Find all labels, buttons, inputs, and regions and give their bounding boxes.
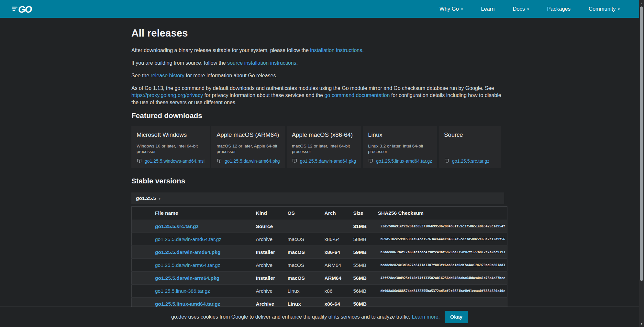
download-icon (368, 158, 373, 164)
nav-item-label: Learn (481, 6, 494, 12)
scrollbar-up-arrow[interactable]: ▲ (639, 2, 644, 5)
card-download-row: go1.25.5.darwin-amd64.pkg (292, 158, 356, 164)
card-title: Apple macOS (ARM64) (217, 131, 280, 139)
nav-item-community[interactable]: Community▾ (589, 6, 620, 12)
cookie-okay-button[interactable]: Okay (445, 311, 468, 323)
download-card: Microsoft WindowsWindows 10 or later, In… (131, 126, 210, 168)
inline-link[interactable]: source installation instructions (227, 60, 296, 66)
cell-filename: go1.25.5.linux-amd64.tar.gz (132, 298, 256, 307)
card-subtitle: macOS 12 or later, Intel 64-bit processo… (292, 143, 356, 154)
card-download-link[interactable]: go1.25.5.linux-amd64.tar.gz (376, 158, 432, 164)
file-download-link[interactable]: go1.25.5.darwin-amd64.tar.gz (155, 236, 221, 242)
card-title: Apple macOS (x86-64) (292, 131, 356, 139)
nav-item-docs[interactable]: Docs▾ (513, 6, 529, 12)
card-subtitle: Windows 10 or later, Intel 64-bit proces… (137, 143, 205, 154)
file-download-link[interactable]: go1.25.5.darwin-amd64.pkg (155, 249, 220, 255)
paragraph-text: If you are building from source, follow … (131, 60, 227, 66)
cell-filename: go1.25.5.darwin-arm64.pkg (132, 272, 256, 285)
scrollbar-thumb[interactable] (640, 6, 643, 281)
cell-size: 59MB (353, 246, 378, 259)
file-download-link[interactable]: go1.25.5.linux-386.tar.gz (155, 288, 210, 294)
cell-kind: Archive (256, 233, 288, 246)
cell-arch (325, 220, 353, 233)
cell-os: macOS (288, 272, 325, 285)
download-icon (217, 158, 222, 164)
inline-link[interactable]: https://proxy.golang.org/privacy (131, 93, 203, 98)
cell-kind: Source (256, 220, 288, 233)
table-row: go1.25.5.darwin-arm64.pkgInstallermacOSA… (132, 272, 507, 285)
cell-filename: go1.25.5.linux-386.tar.gz (132, 285, 256, 298)
column-header-arch: Arch (325, 207, 353, 220)
card-download-link[interactable]: go1.25.5.windows-amd64.msi (145, 158, 205, 164)
inline-link[interactable]: release history (151, 73, 184, 78)
card-title: Linux (368, 131, 432, 139)
cell-checksum: bed8ebe824e3d3b27e8471d1307f803fc6ab8e1d… (378, 259, 507, 272)
card-title: Microsoft Windows (137, 131, 205, 139)
cell-os: macOS (288, 233, 325, 246)
download-card: Sourcego1.25.5.src.tar.gz (439, 126, 501, 168)
cell-os: macOS (288, 259, 325, 272)
nav-menu: Why Go▾LearnDocs▾PackagesCommunity▾ (439, 6, 620, 12)
cell-size: 55MB (353, 259, 378, 272)
download-card: Apple macOS (x86-64)macOS 12 or later, I… (287, 126, 361, 168)
paragraph-text: . (296, 60, 298, 66)
download-icon (137, 158, 142, 164)
nav-item-label: Community (589, 6, 616, 12)
download-icon (444, 158, 450, 164)
cell-kind: Installer (256, 246, 288, 259)
table-row: go1.25.5.linux-amd64.tar.gzArchiveLinuxx… (132, 298, 507, 307)
table-row: go1.25.5.linux-386.tar.gzArchiveLinuxx86… (132, 285, 507, 298)
file-download-link[interactable]: go1.25.5.linux-amd64.tar.gz (155, 301, 220, 307)
paragraph: As of Go 1.13, the go command by default… (131, 85, 507, 106)
download-icon (292, 158, 297, 164)
cell-kind: Archive (256, 298, 288, 307)
inline-link[interactable]: installation instructions (310, 48, 362, 53)
navbar: GO Why Go▾LearnDocs▾PackagesCommunity▾ (0, 0, 639, 18)
download-card: LinuxLinux 3.2 or later, Intel 64-bit pr… (363, 126, 437, 168)
card-download-row: go1.25.5.darwin-arm64.pkg (217, 158, 280, 164)
card-download-link[interactable]: go1.25.5.darwin-arm64.pkg (225, 158, 280, 164)
file-download-link[interactable]: go1.25.5.darwin-arm64.tar.gz (155, 262, 220, 268)
cell-os: Linux (288, 298, 325, 307)
cookie-learn-more-link[interactable]: Learn more. (412, 314, 440, 320)
featured-downloads-heading: Featured downloads (131, 112, 507, 120)
card-download-row: go1.25.5.linux-amd64.tar.gz (368, 158, 432, 164)
nav-item-why-go[interactable]: Why Go▾ (439, 6, 463, 12)
cell-arch: ARM64 (325, 272, 353, 285)
cell-size: 58MB (353, 233, 378, 246)
scrollbar-down-arrow[interactable]: ▼ (639, 322, 644, 325)
column-header-size: Size (353, 207, 378, 220)
paragraph: After downloading a binary release suita… (131, 47, 507, 54)
chevron-down-icon: ▾ (527, 7, 529, 11)
go-logo[interactable]: GO (12, 4, 39, 15)
cell-size: 56MB (353, 285, 378, 298)
version-select[interactable]: go1.25.5 ▾ (131, 192, 504, 204)
go-logo-icon: GO (12, 4, 39, 15)
cell-arch: ARM64 (325, 259, 353, 272)
cell-filename: go1.25.5.darwin-amd64.pkg (132, 246, 256, 259)
card-download-row: go1.25.5.windows-amd64.msi (137, 158, 205, 164)
cell-kind: Installer (256, 272, 288, 285)
inline-link[interactable]: go command documentation (324, 93, 390, 98)
cell-checksum (378, 298, 507, 307)
featured-downloads-cards: Microsoft WindowsWindows 10 or later, In… (131, 126, 501, 168)
cell-size: 58MB (353, 298, 378, 307)
card-download-link[interactable]: go1.25.5.darwin-amd64.pkg (300, 158, 356, 164)
card-download-link[interactable]: go1.25.5.src.tar.gz (452, 158, 489, 164)
file-download-link[interactable]: go1.25.5.src.tar.gz (155, 223, 198, 229)
card-subtitle: Linux 3.2 or later, Intel 64-bit process… (368, 143, 432, 154)
cookie-banner: go.dev uses cookies from Google to deliv… (0, 307, 639, 327)
nav-item-packages[interactable]: Packages (547, 6, 571, 12)
nav-item-learn[interactable]: Learn (481, 6, 494, 12)
cell-os: Linux (288, 285, 325, 298)
paragraph-text: . (362, 48, 363, 53)
chevron-down-icon: ▾ (461, 7, 463, 11)
paragraph-text: for privacy information about these serv… (203, 93, 324, 98)
cell-filename: go1.25.5.darwin-amd64.tar.gz (132, 233, 256, 246)
scrollbar[interactable]: ▲ ▼ (639, 0, 644, 327)
cell-arch: x86-64 (325, 246, 353, 259)
file-download-link[interactable]: go1.25.5.darwin-arm64.pkg (155, 275, 219, 281)
card-title: Source (444, 131, 496, 139)
card-download-row: go1.25.5.src.tar.gz (444, 158, 496, 164)
nav-item-label: Why Go (439, 6, 459, 12)
